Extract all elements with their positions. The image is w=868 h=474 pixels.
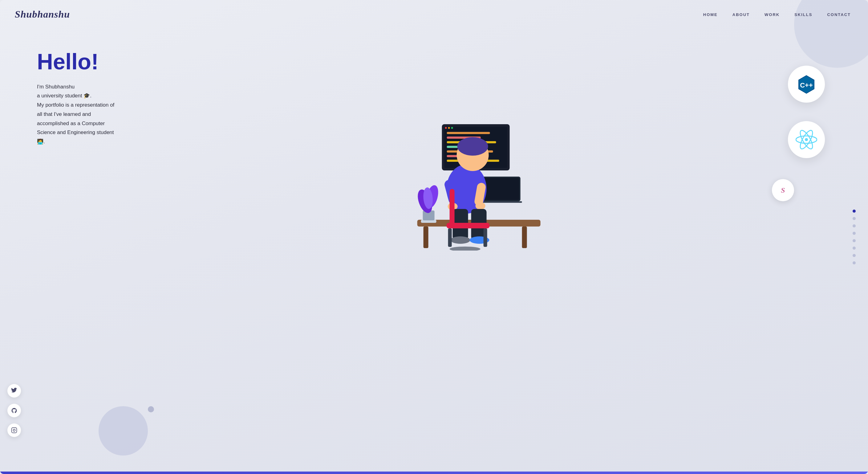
social-icons [7,384,21,437]
nav-link-work[interactable]: WORK [765,12,780,17]
dot-6[interactable] [852,246,856,249]
hero-line5: accomplished as a Computer [37,120,105,126]
instagram-button[interactable] [7,423,21,437]
nav-link-skills[interactable]: SKILLS [795,12,812,17]
svg-point-23 [475,202,486,210]
svg-rect-14 [522,227,527,248]
cpp-icon: C++ [797,75,816,94]
dot-3[interactable] [852,225,856,228]
svg-point-49 [13,429,16,432]
deco-circle-small [148,406,154,412]
dot-1[interactable] [852,210,856,213]
cpp-icon-circle: C++ [788,66,825,102]
logo[interactable]: Shubhanshu [15,9,70,20]
dot-4[interactable] [852,232,856,235]
svg-point-27 [451,236,470,244]
svg-rect-30 [450,189,455,226]
illustration-area [399,115,559,250]
hero-line6: Science and Engineering student [37,129,114,135]
hero-text: Hello! I'm Shubhanshu a university stude… [37,41,114,146]
hero-line1: I'm Shubhanshu [37,84,74,90]
svg-point-45 [805,138,808,141]
hero-line4: all that I've learned and [37,111,91,117]
nav-link-contact[interactable]: CONTACT [827,12,851,17]
svg-rect-31 [448,228,452,247]
hero-line3: My portfolio is a representation of [37,102,114,108]
nav-item-home[interactable]: HOME [703,12,718,17]
react-icon-circle [788,121,825,158]
twitter-icon [11,388,17,394]
hero-heading: Hello! [37,50,114,73]
github-icon [11,408,17,414]
dot-5[interactable] [852,239,856,242]
svg-rect-13 [424,227,429,248]
bottom-bar [0,472,868,474]
dot-2[interactable] [852,217,856,220]
dot-7[interactable] [852,254,856,257]
nav-item-about[interactable]: ABOUT [733,12,750,17]
nav-item-contact[interactable]: CONTACT [827,12,851,17]
sass-icon-circle: S [772,179,794,201]
nav-item-work[interactable]: WORK [765,12,780,17]
page-wrapper: Shubhanshu HOME ABOUT WORK SKILLS CONTAC… [0,0,868,474]
person-desk-illustration [399,115,559,250]
dot-8[interactable] [852,261,856,264]
nav-item-skills[interactable]: SKILLS [795,12,812,17]
svg-rect-32 [484,228,487,247]
svg-text:S: S [781,186,785,194]
svg-point-10 [448,127,450,129]
svg-rect-2 [447,132,490,134]
navbar: Shubhanshu HOME ABOUT WORK SKILLS CONTAC… [0,0,868,29]
svg-rect-48 [12,428,17,433]
nav-link-home[interactable]: HOME [703,12,718,17]
side-dots [852,210,856,264]
twitter-button[interactable] [7,384,21,397]
nav-link-about[interactable]: ABOUT [733,12,750,17]
hero-line2: a university student 🎓. [37,93,91,99]
svg-point-20 [457,137,488,156]
svg-point-9 [445,127,447,129]
instagram-icon [11,427,17,433]
hero-line7: 🧑‍💻. [37,139,45,145]
github-button[interactable] [7,404,21,417]
svg-text:C++: C++ [800,81,813,89]
hero-section: Hello! I'm Shubhanshu a university stude… [0,29,868,250]
react-icon [796,129,817,150]
svg-point-50 [16,429,16,429]
deco-circle-bottom-left [99,406,148,455]
nav-links: HOME ABOUT WORK SKILLS CONTACT [703,12,851,17]
tech-icons: C++ [788,66,825,158]
svg-point-33 [450,246,480,250]
svg-point-11 [451,127,453,129]
sass-icon: S [776,183,790,197]
hero-body: I'm Shubhanshu a university student 🎓. M… [37,82,114,146]
